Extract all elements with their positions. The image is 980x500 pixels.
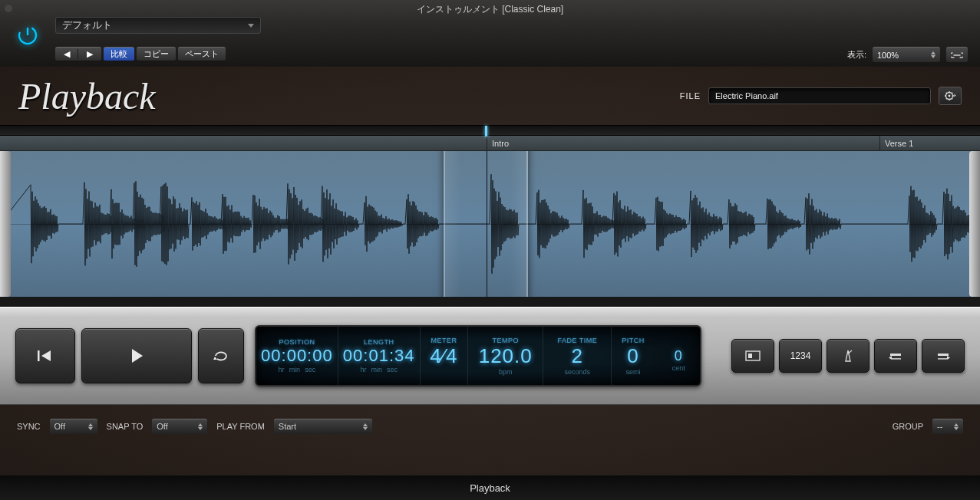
end-cap-right: [969, 151, 980, 297]
preset-select[interactable]: デフォルト: [55, 17, 261, 34]
position-head: POSITION: [279, 338, 315, 346]
view-label: 表示:: [847, 49, 866, 61]
action-menu-button[interactable]: [939, 87, 962, 105]
svg-point-3: [949, 95, 951, 97]
snap-label: SNAP TO: [107, 422, 144, 431]
marker-intro[interactable]: Intro: [487, 136, 879, 150]
sync-select[interactable]: Off: [50, 419, 97, 434]
overview-track[interactable]: [0, 125, 980, 136]
marker-verse1[interactable]: Verse 1: [879, 136, 980, 150]
svg-line-11: [952, 93, 952, 94]
go-to-start-button[interactable]: [15, 328, 75, 383]
group-select[interactable]: --: [932, 419, 963, 434]
count-in-button[interactable]: 1234: [779, 339, 822, 373]
play-button[interactable]: [81, 328, 192, 383]
tempo-head: TEMPO: [492, 337, 519, 344]
snap-select[interactable]: Off: [152, 419, 207, 434]
svg-rect-12: [38, 350, 40, 361]
preset-nav[interactable]: ◀ ▶: [55, 47, 101, 61]
compare-button[interactable]: 比較: [104, 47, 134, 61]
plugin-logo: Playback: [18, 75, 156, 117]
svg-rect-17: [892, 358, 901, 359]
footer-plugin-name: Playback: [0, 475, 980, 500]
svg-rect-19: [938, 358, 947, 359]
lcd-display: POSITION 00:00:00 hrminsec LENGTH 00:01:…: [255, 325, 701, 387]
meter-head: METER: [431, 337, 457, 344]
next-section-button[interactable]: [922, 339, 965, 373]
zoom-value: 100%: [877, 51, 899, 60]
tempo-unit: bpm: [499, 368, 513, 376]
file-field[interactable]: Electric Piano.aif: [708, 87, 931, 104]
pitch-semi-value[interactable]: 0: [627, 344, 638, 368]
window-title: インストゥルメント [Classic Clean]: [0, 0, 980, 16]
position-units: hrminsec: [279, 366, 316, 373]
length-head: LENGTH: [364, 338, 394, 346]
playhead-lens[interactable]: [444, 151, 528, 297]
svg-rect-14: [748, 354, 752, 358]
fade-head: FADE TIME: [557, 337, 597, 344]
previous-section-button[interactable]: [874, 339, 917, 373]
fade-value[interactable]: 2: [572, 344, 583, 368]
cycle-button[interactable]: [198, 328, 244, 383]
pitch-cent-value[interactable]: 0: [675, 348, 683, 364]
group-label: GROUP: [893, 422, 923, 431]
svg-line-9: [952, 98, 952, 99]
svg-line-8: [946, 93, 947, 94]
waveform-section: Intro Verse 1: [0, 125, 980, 307]
playfrom-select[interactable]: Start: [274, 419, 372, 434]
pitch-cent-label: cent: [672, 364, 685, 372]
marker-track[interactable]: Intro Verse 1: [0, 136, 980, 151]
chevron-down-icon: [248, 24, 254, 28]
playhead-indicator[interactable]: [485, 126, 487, 137]
svg-rect-13: [746, 351, 760, 360]
next-preset-icon: ▶: [78, 49, 101, 59]
count-label: 1234: [790, 350, 811, 361]
meter-value[interactable]: 4⁄4: [430, 344, 457, 368]
sync-label: SYNC: [17, 422, 41, 431]
preset-name: デフォルト: [62, 18, 112, 32]
copy-button[interactable]: コピー: [137, 47, 176, 61]
pitch-semi-label: semi: [626, 368, 641, 376]
metronome-button[interactable]: [827, 339, 869, 373]
position-value[interactable]: 00:00:00: [261, 346, 333, 366]
waveform-display[interactable]: [0, 151, 980, 297]
paste-button[interactable]: ペースト: [178, 47, 226, 61]
playfrom-label: PLAY FROM: [216, 422, 265, 431]
length-value: 00:01:34: [343, 346, 415, 366]
solo-button[interactable]: [731, 339, 774, 373]
link-button[interactable]: [946, 47, 968, 62]
pitch-head: PITCH: [622, 337, 645, 344]
length-units: hrminsec: [360, 366, 398, 373]
fade-unit: seconds: [565, 368, 591, 376]
power-button[interactable]: [15, 23, 40, 48]
zoom-select[interactable]: 100%: [873, 47, 940, 62]
file-label: FILE: [680, 91, 701, 100]
file-value: Electric Piano.aif: [715, 91, 778, 100]
svg-rect-18: [938, 354, 949, 356]
prev-preset-icon: ◀: [55, 49, 78, 59]
tempo-value[interactable]: 120.0: [479, 344, 533, 368]
close-window-icon[interactable]: [5, 5, 12, 12]
svg-rect-16: [890, 354, 901, 356]
svg-line-10: [946, 98, 947, 99]
end-cap-left: [0, 151, 11, 297]
